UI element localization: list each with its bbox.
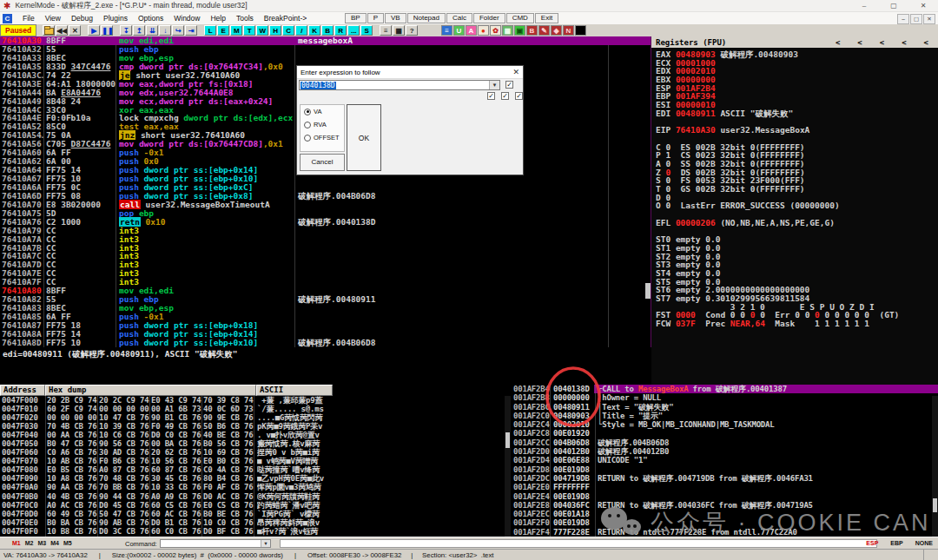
- view-button-R[interactable]: R: [334, 25, 347, 36]
- hex-row[interactable]: 0047F0B040 4B CB 7690 44 CB 76A0 A9 CB 7…: [0, 492, 511, 501]
- grid-icon[interactable]: ▦: [393, 25, 405, 36]
- comment-column-scrollbar[interactable]: [645, 283, 651, 299]
- quick-button-p[interactable]: P: [367, 13, 384, 23]
- quick-button-folder[interactable]: Folder: [473, 13, 505, 23]
- disasm-row[interactable]: 76410A856A FFpush -0x1: [0, 313, 651, 321]
- radio-option-rva[interactable]: RVA: [301, 118, 344, 131]
- registers-panel[interactable]: Registers (FPU) <<<<< EAX 00480903 破解程序.…: [651, 36, 938, 385]
- disasm-row[interactable]: 76410A3255push ebp: [0, 45, 651, 54]
- disasm-row[interactable]: 76410A7BCCint3: [0, 244, 651, 253]
- disasm-row[interactable]: 76410A7DCCint3: [0, 260, 651, 269]
- stack-row[interactable]: 001AF2C400002010└Style = MB_OK|MB_ICONHA…: [511, 420, 938, 429]
- menu-item-tools[interactable]: Tools: [231, 14, 259, 23]
- stack-row[interactable]: 001AF2B40040138D┌CALL to MessageBoxA fro…: [511, 385, 938, 393]
- menu-item-debug[interactable]: Debug: [66, 14, 98, 23]
- blue-list-icon[interactable]: ≡: [441, 25, 452, 36]
- hex-row[interactable]: 0047F0C0A0 AC CB 76D0 45 CB 7660 C5 CB 7…: [0, 501, 511, 510]
- list-icon[interactable]: ≡: [380, 25, 392, 36]
- stack-row[interactable]: 001AF2E400E019D8: [511, 492, 938, 501]
- disasm-row[interactable]: 76410A838BECmov ebp,esp: [0, 304, 651, 313]
- disasm-row[interactable]: 76410A8255push ebp破解程序.00480911: [0, 295, 651, 304]
- quick-button-calc[interactable]: Calc: [446, 13, 472, 23]
- maximize-icon[interactable]: ▢: [879, 0, 908, 11]
- mdi-close-icon[interactable]: ✕: [923, 14, 935, 24]
- view-button-C[interactable]: C: [282, 25, 294, 36]
- mdi-child-icon[interactable]: C: [3, 14, 12, 23]
- view-button-L[interactable]: L: [204, 25, 216, 36]
- collapse-arrow-icon[interactable]: <: [857, 38, 862, 47]
- memory-mark-m3[interactable]: M3: [37, 540, 46, 546]
- command-input[interactable]: ▼: [160, 539, 271, 548]
- disasm-row[interactable]: 76410A79CCint3: [0, 227, 651, 235]
- stack-scrollbar-thumb[interactable]: [933, 498, 937, 512]
- memory-mark-m5[interactable]: M5: [63, 540, 72, 546]
- quick-button-vb[interactable]: VB: [385, 13, 406, 23]
- disasm-row[interactable]: 76410A87FF75 18push dword ptr ss:[ebp+0x…: [0, 321, 651, 330]
- collapse-arrow-icon[interactable]: <: [836, 38, 840, 47]
- quick-button-notepad[interactable]: Notepad: [407, 13, 446, 23]
- hex-row[interactable]: 0047F01060 2F C9 7400 00 00 0000 A1 6B 7…: [0, 405, 511, 413]
- step-button-5[interactable]: ↪: [172, 25, 184, 36]
- disasm-row[interactable]: 76410A8DFF75 10push dword ptr ss:[ebp+0x…: [0, 339, 651, 347]
- menu-item-options[interactable]: Options: [133, 14, 168, 23]
- memory-mark-m1[interactable]: M1: [12, 540, 21, 546]
- record-dot-icon[interactable]: ●: [478, 25, 489, 36]
- option-checkbox-4[interactable]: ✓: [515, 92, 523, 100]
- hex-row[interactable]: 0047F0A090 AA CB 7670 BB CB 7610 33 CB 7…: [0, 483, 511, 491]
- close-icon[interactable]: ✕: [512, 67, 519, 77]
- hex-row[interactable]: 0047F0E0B0 BA CB 7690 AB CB 76D0 B1 CB 7…: [0, 518, 511, 527]
- memory-mark-m2[interactable]: M2: [25, 540, 34, 546]
- hex-row[interactable]: 0047F060C0 A6 CB 7630 AD CB 7620 62 CB 7…: [0, 448, 511, 457]
- menu-item-plugins[interactable]: Plugins: [98, 14, 133, 23]
- hexdump-scrollbar[interactable]: [505, 396, 511, 537]
- menu-item-view[interactable]: View: [40, 14, 66, 23]
- menu-item-file[interactable]: File: [17, 14, 40, 23]
- dialog-titlebar[interactable]: Enter expression to follow ✕: [297, 66, 523, 79]
- disasm-row[interactable]: 76410A67FF75 10push dword ptr ss:[ebp+0x…: [0, 175, 651, 183]
- disasm-row[interactable]: 76410A70E8 3B020000call user32.MessageBo…: [0, 201, 651, 209]
- collapse-arrow-icon[interactable]: <: [924, 38, 928, 47]
- quick-button-cmd[interactable]: CMD: [506, 13, 534, 23]
- pink-a-icon[interactable]: A: [466, 25, 477, 36]
- resize-grip[interactable]: [923, 549, 938, 560]
- step-button-2[interactable]: ↥: [133, 25, 145, 36]
- hexdump-panel[interactable]: AddressHex dumpASCII 0047F00020 2B C9 74…: [0, 385, 511, 537]
- view-button-slash[interactable]: /: [295, 25, 307, 36]
- radio-option-va[interactable]: VA: [301, 105, 344, 118]
- stack-row[interactable]: 001AF2D400E06E88UNICODE "1": [511, 456, 938, 464]
- help-icon[interactable]: ?: [406, 25, 418, 36]
- radio-option-offset[interactable]: OFFSET: [301, 131, 344, 144]
- hex-header-ascii[interactable]: ASCII: [256, 385, 333, 396]
- stack-scrollbar[interactable]: [932, 396, 938, 537]
- view-button-K[interactable]: K: [308, 25, 320, 36]
- mdi-minimize-icon[interactable]: –: [897, 14, 909, 24]
- quick-button-bp[interactable]: BP: [345, 13, 367, 23]
- hex-row[interactable]: 0047F0F010 B8 CB 76D0 3C CB 7660 C0 CB 7…: [0, 527, 511, 536]
- stack-row[interactable]: 001AF2C800E01920: [511, 429, 938, 438]
- expression-input[interactable]: 0040138D ▼: [299, 80, 500, 90]
- disasm-row[interactable]: 76410A76C2 1000retn 0x10破解程序.0040138D: [0, 218, 651, 227]
- option-checkbox-3[interactable]: ✓: [501, 92, 509, 100]
- flower-icon[interactable]: ✿: [490, 25, 501, 36]
- step-button-4[interactable]: ↓: [159, 25, 171, 36]
- disasm-row[interactable]: 76410A308BFFmov edi,edimessageboxA: [0, 36, 651, 45]
- disasm-row[interactable]: 76410A7ACCint3: [0, 235, 651, 244]
- green-box-icon[interactable]: ▣: [514, 25, 525, 36]
- step-button-3[interactable]: ⇊: [146, 25, 158, 36]
- hex-row[interactable]: 0047F080E0 B5 CB 76A0 87 CB 7660 87 CB 7…: [0, 465, 511, 474]
- black-square-icon[interactable]: [575, 25, 586, 36]
- minimize-icon[interactable]: –: [849, 0, 879, 11]
- disasm-row[interactable]: 76410A7FCCint3: [0, 278, 651, 287]
- hex-row[interactable]: 0047F04000 AA CB 7610 C6 CB 76D0 C0 CB 7…: [0, 431, 511, 439]
- cancel-button[interactable]: Cancel: [300, 154, 345, 171]
- step-button-1[interactable]: ↧: [120, 25, 132, 36]
- hex-header-address[interactable]: Address: [0, 385, 45, 396]
- ok-button[interactable]: OK: [347, 104, 381, 171]
- stack-row[interactable]: 001AF2D0004012B0破解程序.004012B0: [511, 447, 938, 456]
- menu-item-window[interactable]: Window: [168, 14, 205, 23]
- open-file-button[interactable]: [43, 25, 55, 36]
- disasm-row[interactable]: 76410A7ECCint3: [0, 269, 651, 278]
- chevron-down-icon[interactable]: ▼: [489, 81, 499, 89]
- hex-header-hex-dump[interactable]: Hex dump: [45, 385, 256, 396]
- hex-row[interactable]: 0047F0D060 49 CB 7650 47 CB 7660 AC CB 7…: [0, 510, 511, 518]
